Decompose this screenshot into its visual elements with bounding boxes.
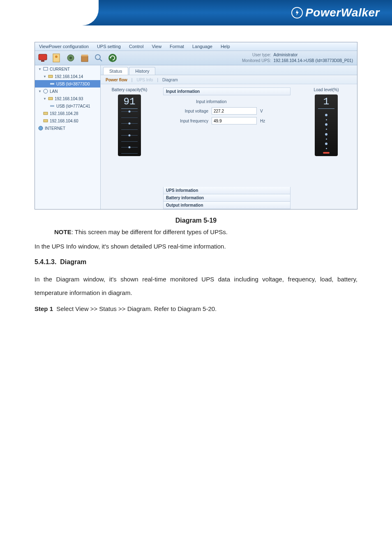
info-accordion: Input information Input information Inpu… bbox=[158, 84, 295, 209]
tree-arrow-icon: ▼ bbox=[38, 67, 42, 71]
step-bold: Step 1 bbox=[35, 305, 53, 312]
menu-ups-setting[interactable]: UPS setting bbox=[93, 42, 125, 51]
svg-point-10 bbox=[108, 54, 117, 62]
note-bold: NOTE bbox=[54, 228, 71, 235]
step-line: Step 1 Select View >> Status >> Diagram.… bbox=[35, 305, 357, 312]
toolbar: User type:Administrator Monitored UPS:19… bbox=[35, 51, 357, 65]
svg-rect-13 bbox=[48, 75, 53, 78]
input-frequency-label: Input frequency bbox=[171, 119, 208, 123]
tree-arrow-icon: ▼ bbox=[38, 90, 42, 93]
toolbar-zoom-icon[interactable] bbox=[92, 52, 105, 64]
svg-rect-1 bbox=[41, 60, 44, 62]
load-level-value: 1 bbox=[323, 97, 329, 107]
subtab-sep: | bbox=[157, 78, 158, 82]
banner-white-curve bbox=[0, 0, 99, 25]
menu-language[interactable]: Language bbox=[188, 42, 217, 51]
main-tabs: Status History bbox=[101, 65, 357, 75]
tree-lan[interactable]: ▼LAN bbox=[35, 88, 100, 95]
pc-icon bbox=[43, 118, 48, 123]
pc-icon bbox=[48, 74, 53, 79]
paragraph-1: In the UPS Info window, it's shown detai… bbox=[35, 242, 357, 251]
menu-control[interactable]: Control bbox=[125, 42, 148, 51]
menu-format[interactable]: Format bbox=[166, 42, 188, 51]
svg-rect-18 bbox=[44, 112, 48, 115]
svg-point-3 bbox=[55, 55, 58, 58]
tree-ip2[interactable]: ▼192.168.104.93 bbox=[35, 95, 100, 102]
pc-icon bbox=[43, 111, 48, 116]
toolbar-package-icon[interactable] bbox=[78, 52, 91, 64]
svg-rect-14 bbox=[50, 83, 54, 85]
note-text: : This screen may be different for diffe… bbox=[71, 228, 228, 235]
tab-status[interactable]: Status bbox=[103, 67, 128, 75]
svg-rect-16 bbox=[48, 97, 53, 100]
svg-point-20 bbox=[39, 126, 43, 130]
brand-name: PowerWalker bbox=[305, 6, 380, 19]
tree-pane: ▼CURRENT ▼192.168.104.14 USB (Id=38773D0… bbox=[35, 65, 101, 209]
computer-icon bbox=[43, 67, 48, 71]
subtab-powerflow[interactable]: Power flow bbox=[106, 78, 127, 82]
svg-point-5 bbox=[69, 57, 72, 59]
battery-capacity-value: 91 bbox=[124, 97, 136, 107]
toolbar-doc-icon[interactable] bbox=[51, 52, 63, 64]
note-line: NOTE: This screen may be different for d… bbox=[54, 228, 357, 235]
user-type-value: Administrator bbox=[274, 52, 298, 58]
menu-help[interactable]: Help bbox=[217, 42, 234, 51]
battery-gauge: 91 bbox=[118, 94, 141, 156]
pc-icon bbox=[48, 96, 53, 101]
input-voltage-field[interactable] bbox=[212, 107, 257, 115]
tree-ip1[interactable]: ▼192.168.104.14 bbox=[35, 73, 100, 80]
load-gauge: 1 bbox=[315, 94, 338, 156]
svg-point-15 bbox=[44, 89, 48, 93]
accordion-ups-header[interactable]: UPS information bbox=[163, 187, 291, 194]
tree-internet[interactable]: INTERNET bbox=[35, 124, 100, 132]
subtab-upsinfo[interactable]: UPS Info bbox=[136, 78, 153, 82]
usb-icon bbox=[50, 81, 55, 86]
svg-rect-12 bbox=[44, 67, 48, 70]
network-icon bbox=[43, 89, 48, 94]
usb-icon bbox=[50, 104, 55, 108]
input-frequency-field[interactable] bbox=[212, 117, 257, 124]
toolbar-monitor-icon[interactable] bbox=[37, 52, 49, 64]
svg-line-9 bbox=[99, 59, 102, 61]
tree-ip4[interactable]: 192.168.104.60 bbox=[35, 117, 100, 124]
tab-history[interactable]: History bbox=[129, 67, 155, 75]
subtab-sep: | bbox=[131, 78, 133, 82]
accordion-output-header[interactable]: Output information bbox=[163, 202, 291, 209]
tree-current[interactable]: ▼CURRENT bbox=[35, 65, 100, 73]
accordion-input-header[interactable]: Input information bbox=[163, 88, 291, 95]
menu-viewpower-config[interactable]: ViewPower configuration bbox=[35, 42, 93, 51]
toolbar-left bbox=[37, 52, 119, 64]
toolbar-refresh-icon[interactable] bbox=[106, 52, 119, 64]
subtab-diagram[interactable]: Diagram bbox=[162, 78, 178, 82]
monitored-ups-value: 192.168.104.14->USB (Id=38773D0B_P01) bbox=[274, 58, 353, 64]
app-window: ViewPower configuration UPS setting Cont… bbox=[35, 42, 357, 210]
paragraph-2: In the Diagram window, it's shown real-t… bbox=[35, 272, 357, 299]
tree-ip3[interactable]: 192.168.104.28 bbox=[35, 110, 100, 117]
content-pane: Status History Power flow | UPS Info | D… bbox=[101, 65, 357, 209]
brand-block: PowerWalker bbox=[291, 6, 380, 19]
tree-arrow-icon: ▼ bbox=[43, 97, 46, 101]
accordion-battery-header[interactable]: Battery information bbox=[163, 194, 291, 202]
svg-rect-17 bbox=[50, 105, 54, 107]
brand-banner: PowerWalker bbox=[0, 0, 392, 25]
section-heading: 5.4.1.3. Diagram bbox=[35, 258, 357, 266]
globe-icon bbox=[38, 126, 43, 131]
accordion-input-body: Input information Input voltage V Input … bbox=[163, 95, 291, 187]
tree-usb2[interactable]: USB (Id=777AC41 bbox=[35, 102, 100, 110]
input-frequency-unit: Hz bbox=[260, 119, 268, 123]
toolbar-info: User type:Administrator Monitored UPS:19… bbox=[238, 52, 353, 64]
figure-caption: Diagram 5-19 bbox=[35, 217, 357, 224]
battery-column: Battery capacity(%) 91 bbox=[101, 84, 158, 209]
step-text: Select View >> Status >> Diagram. Refer … bbox=[56, 305, 217, 312]
svg-rect-6 bbox=[81, 56, 88, 62]
svg-rect-19 bbox=[44, 120, 48, 122]
menu-view[interactable]: View bbox=[148, 42, 166, 51]
toolbar-gear-icon[interactable] bbox=[65, 52, 77, 64]
tree-usb1[interactable]: USB (Id=38773D0 bbox=[35, 80, 100, 88]
input-info-title: Input information bbox=[196, 99, 282, 104]
monitored-ups-label: Monitored UPS: bbox=[238, 58, 271, 64]
input-voltage-unit: V bbox=[260, 109, 268, 113]
work-area: Battery capacity(%) 91 bbox=[101, 84, 357, 209]
load-column: Load level(%) 1 bbox=[295, 84, 357, 209]
tree-arrow-icon: ▼ bbox=[43, 75, 46, 78]
